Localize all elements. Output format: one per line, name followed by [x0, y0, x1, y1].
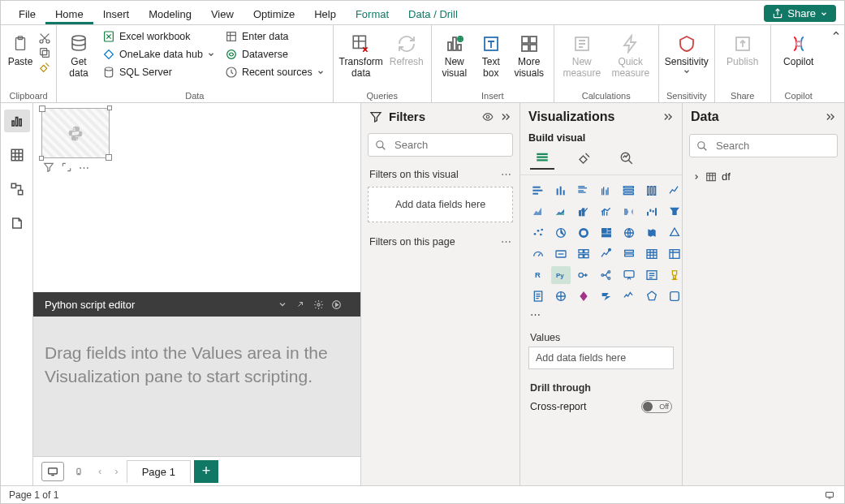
- scatter-icon[interactable]: [528, 224, 548, 242]
- format-mode-button[interactable]: [572, 149, 597, 170]
- stacked-area-icon[interactable]: [551, 203, 571, 221]
- filters-search[interactable]: [368, 133, 513, 157]
- pie-icon[interactable]: [551, 224, 571, 242]
- collapse-icon[interactable]: [500, 111, 511, 123]
- donut-icon[interactable]: [574, 224, 593, 242]
- more-options-icon[interactable]: ⋯: [79, 162, 89, 174]
- gauge-icon[interactable]: [528, 245, 548, 263]
- collapse-icon[interactable]: [662, 111, 674, 123]
- section-more-icon[interactable]: ⋯: [501, 168, 511, 180]
- dataverse-button[interactable]: Dataverse: [222, 46, 328, 62]
- python-visual-icon[interactable]: Py: [551, 266, 571, 284]
- stacked-column-icon[interactable]: [551, 182, 571, 200]
- recent-sources-button[interactable]: Recent sources: [222, 64, 328, 80]
- table-icon[interactable]: [642, 245, 662, 263]
- multi-card-icon[interactable]: [574, 245, 593, 263]
- menu-format[interactable]: Format: [346, 3, 399, 24]
- cross-report-toggle[interactable]: Off: [641, 400, 672, 413]
- menu-help[interactable]: Help: [304, 3, 346, 24]
- enter-data-button[interactable]: Enter data: [222, 28, 328, 45]
- visibility-icon[interactable]: [482, 111, 494, 123]
- values-well[interactable]: Add data fields here: [528, 347, 674, 369]
- onelake-button[interactable]: OneLake data hub: [99, 46, 218, 62]
- copilot-button[interactable]: Copilot: [776, 28, 821, 67]
- focus-icon[interactable]: [61, 162, 72, 174]
- menu-home[interactable]: Home: [45, 3, 93, 24]
- script-run-icon[interactable]: [331, 299, 349, 310]
- more-visuals-button[interactable]: More visuals: [510, 28, 549, 80]
- sensitivity-button[interactable]: Sensitivity: [664, 28, 709, 75]
- hundred-bar-icon[interactable]: [619, 182, 639, 200]
- clustered-bar-icon[interactable]: [574, 182, 593, 200]
- ribbon-collapse-button[interactable]: [828, 25, 844, 102]
- page-next-button[interactable]: ›: [110, 465, 123, 477]
- menu-modeling[interactable]: Modeling: [139, 3, 201, 24]
- script-settings-icon[interactable]: [313, 299, 331, 310]
- paginated-icon[interactable]: [528, 287, 548, 305]
- get-data-button[interactable]: Get data: [62, 28, 96, 80]
- sql-server-button[interactable]: SQL Server: [99, 64, 218, 80]
- narrative-icon[interactable]: [642, 266, 662, 284]
- new-visual-button[interactable]: New visual: [437, 28, 472, 80]
- area-icon[interactable]: [528, 203, 548, 221]
- arcgis-icon[interactable]: [551, 287, 571, 305]
- page-prev-button[interactable]: ‹: [93, 465, 106, 477]
- text-box-button[interactable]: Text box: [476, 28, 507, 80]
- menu-data-drill[interactable]: Data / Drill: [399, 3, 468, 24]
- analytics-mode-button[interactable]: [614, 149, 639, 170]
- report-canvas[interactable]: ⋯: [33, 103, 360, 292]
- card-icon[interactable]: [551, 245, 571, 263]
- r-icon[interactable]: R: [528, 266, 548, 284]
- collapse-icon[interactable]: [825, 111, 836, 123]
- line-stacked-icon[interactable]: [574, 203, 593, 221]
- report-view-button[interactable]: [4, 110, 30, 132]
- copy-icon[interactable]: [38, 46, 51, 59]
- line-clustered-icon[interactable]: [597, 203, 616, 221]
- dax-view-button[interactable]: [4, 212, 30, 235]
- qa-icon[interactable]: [619, 266, 639, 284]
- build-mode-button[interactable]: [530, 149, 554, 170]
- power-automate-icon[interactable]: [597, 287, 616, 305]
- excel-workbook-button[interactable]: Excel workbook: [99, 28, 218, 45]
- slicer-icon[interactable]: [619, 245, 639, 263]
- page-tab-1[interactable]: Page 1: [127, 460, 191, 483]
- add-page-button[interactable]: +: [194, 460, 218, 483]
- filter-icon[interactable]: [43, 162, 54, 174]
- map-icon[interactable]: [619, 224, 639, 242]
- script-editor-body[interactable]: Drag fields into the Values area in the …: [33, 317, 360, 456]
- power-apps-icon[interactable]: [574, 287, 593, 305]
- menu-view[interactable]: View: [201, 3, 244, 24]
- field-table-df[interactable]: df: [691, 167, 836, 186]
- zoom-icon[interactable]: [823, 490, 836, 500]
- treemap-icon[interactable]: [597, 224, 616, 242]
- paste-button[interactable]: Paste: [6, 28, 35, 67]
- stacked-bar-icon[interactable]: [528, 182, 548, 200]
- menu-insert[interactable]: Insert: [93, 3, 140, 24]
- cut-icon[interactable]: [38, 32, 51, 45]
- menu-file[interactable]: File: [9, 3, 45, 24]
- script-popout-icon[interactable]: [295, 299, 313, 309]
- share-button[interactable]: Share: [764, 5, 836, 22]
- ribbon-icon[interactable]: [619, 203, 639, 221]
- decomp-tree-icon[interactable]: [597, 266, 616, 284]
- python-visual-placeholder[interactable]: [41, 108, 110, 158]
- fields-search[interactable]: [689, 134, 838, 157]
- menu-optimize[interactable]: Optimize: [244, 3, 304, 24]
- hundred-column-icon[interactable]: [642, 182, 662, 200]
- filled-map-icon[interactable]: [642, 224, 662, 242]
- kpi-icon[interactable]: [597, 245, 616, 263]
- model-view-button[interactable]: [4, 178, 30, 200]
- key-influencers-icon[interactable]: [574, 266, 593, 284]
- sparkline-icon[interactable]: [619, 287, 639, 305]
- script-collapse-icon[interactable]: [278, 299, 295, 309]
- fields-search-input[interactable]: [714, 139, 845, 153]
- desktop-layout-button[interactable]: [41, 462, 64, 481]
- section-more-icon[interactable]: ⋯: [501, 235, 511, 248]
- transform-data-button[interactable]: Transform data: [338, 28, 384, 80]
- table-view-button[interactable]: [4, 144, 30, 166]
- mobile-layout-button[interactable]: [67, 462, 90, 481]
- format-painter-icon[interactable]: [38, 61, 51, 74]
- custom1-icon[interactable]: [642, 287, 662, 305]
- clustered-column-icon[interactable]: [597, 182, 616, 200]
- filters-visual-drop[interactable]: Add data fields here: [368, 187, 513, 222]
